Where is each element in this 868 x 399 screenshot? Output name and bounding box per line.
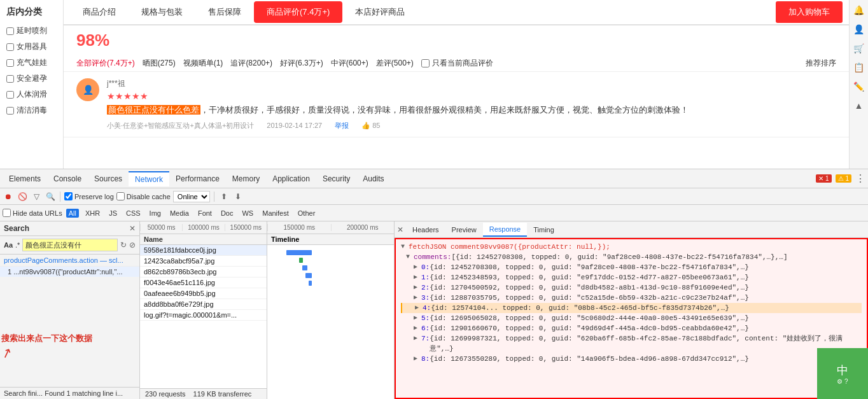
filter-ws-btn[interactable]: WS	[239, 209, 256, 218]
sidebar-icon-3[interactable]: 🛒	[851, 41, 867, 56]
search-input[interactable]	[22, 239, 118, 251]
tab-goodproducts[interactable]: 本店好评商品	[342, 1, 417, 23]
tab-memory[interactable]: Memory	[226, 172, 266, 186]
file-item-4[interactable]: 0aafeaee6b949bb5.jpg	[140, 288, 267, 299]
filter-js-btn[interactable]: JS	[106, 209, 120, 218]
tab-sources[interactable]: Sources	[88, 172, 129, 186]
filter-toggle-button[interactable]: ▽	[31, 191, 42, 202]
comments-line[interactable]: ▼ comments: [{id: 12452708308, topped: 0…	[401, 252, 862, 262]
response-close-icon[interactable]: ✕	[397, 225, 403, 234]
search-aa-option[interactable]: Aa	[4, 241, 13, 249]
cat-checkbox-3[interactable]	[6, 59, 14, 67]
import-button[interactable]: ⬆	[218, 191, 230, 202]
throttle-select[interactable]: Online	[173, 191, 210, 202]
sort-button[interactable]: 推荐排序	[806, 58, 836, 69]
json-item-8[interactable]: ▶ 8: {id: 12673550289, topped: 0, guid: …	[401, 354, 862, 364]
cat-checkbox-6[interactable]	[6, 107, 14, 115]
tab-application[interactable]: Application	[266, 172, 316, 186]
search-button[interactable]: 🔍	[45, 191, 56, 202]
tab-headers[interactable]: Headers	[406, 223, 445, 236]
filter-medium[interactable]: 中评(600+)	[331, 58, 368, 69]
tab-elements[interactable]: Elements	[3, 172, 47, 186]
filter-video[interactable]: 视频晒单(1)	[183, 58, 223, 69]
filter-good[interactable]: 好评(6.3万+)	[280, 58, 323, 69]
cat-checkbox-1[interactable]	[6, 27, 14, 35]
tab-performance[interactable]: Performance	[169, 172, 226, 186]
shop-cat-item-4[interactable]: 安全避孕	[6, 71, 57, 87]
devtools-more-icon[interactable]: ⋮	[855, 172, 865, 185]
buy-button[interactable]: 加入购物车	[776, 1, 843, 23]
filter-css-btn[interactable]: CSS	[123, 209, 143, 218]
search-regex-option[interactable]: .*	[15, 241, 20, 249]
shop-cat-item-1[interactable]: 延时喷剂	[6, 23, 57, 39]
report-link[interactable]: 举报	[335, 121, 349, 130]
tab-spec[interactable]: 规格与包装	[129, 1, 195, 23]
search-close-icon[interactable]: ✕	[129, 224, 136, 233]
json-item-5[interactable]: ▶ 5: {id: 12695065028, topped: 0, guid: …	[401, 313, 862, 323]
hide-data-urls-checkbox[interactable]	[3, 209, 11, 217]
filter-all[interactable]: 全部评价(7.4万+)	[76, 58, 135, 69]
shop-cat-item-3[interactable]: 充气娃娃	[6, 55, 57, 71]
file-item-5[interactable]: a8dd8bba0f6e729f.jpg	[140, 299, 267, 310]
disable-cache-checkbox[interactable]	[116, 192, 125, 200]
tab-audits[interactable]: Audits	[356, 172, 390, 186]
shop-cat-item-6[interactable]: 清洁消毒	[6, 102, 57, 118]
shop-cat-item-2[interactable]: 女用器具	[6, 39, 57, 55]
tab-timing[interactable]: Timing	[527, 223, 561, 236]
tab-response[interactable]: Response	[483, 223, 528, 237]
export-button[interactable]: ⬇	[232, 191, 244, 202]
cat-checkbox-5[interactable]	[6, 91, 14, 99]
filter-bad[interactable]: 差评(500+)	[376, 58, 414, 69]
json-item-2[interactable]: ▶ 2: {id: 12704500592, topped: 0, guid: …	[401, 283, 862, 293]
search-clear-icon[interactable]: ⊘	[129, 241, 136, 249]
clear-button[interactable]: 🚫	[17, 191, 28, 202]
tab-security[interactable]: Security	[316, 172, 356, 186]
file-item-6[interactable]: log.gif?t=magic.000001&m=...	[140, 310, 267, 321]
file-item-2[interactable]: d862cb89786b3ecb.jpg	[140, 267, 267, 277]
fetch-line[interactable]: ▼ fetchJSON comment98vv9087({productAttr…	[401, 242, 862, 252]
stars: ★★★★★	[107, 91, 836, 101]
json-item-3[interactable]: ▶ 3: {id: 12887035795, topped: 0, guid: …	[401, 293, 862, 303]
json-item-7[interactable]: ▶ 7: {id: 12699987321, topped: 0, guid: …	[401, 333, 862, 354]
shop-cat-item-5[interactable]: 人体润滑	[6, 87, 57, 102]
tab-service[interactable]: 售后保障	[195, 1, 254, 23]
tab-preview[interactable]: Preview	[445, 223, 483, 236]
filter-manifest-btn[interactable]: Manifest	[260, 209, 291, 218]
sidebar-icon-2[interactable]: 👤	[851, 22, 867, 37]
review-meta: 小美·任意姿+智能感应互动+真人体温+初用设计 2019-02-14 17:27…	[107, 121, 836, 130]
search-refresh-icon[interactable]: ↻	[120, 241, 127, 249]
json-item-0[interactable]: ▶ 0: {id: 12452708308, topped: 0, guid: …	[401, 262, 862, 272]
file-item-0[interactable]: 5958e181fdabcce0j.jpg	[140, 245, 267, 256]
floating-widget[interactable]: 中 ⚙ ?	[817, 348, 868, 399]
sidebar-icon-5[interactable]: ✏️	[851, 79, 867, 94]
filter-all-btn[interactable]: All	[66, 209, 79, 218]
sidebar-icon-1[interactable]: 🔔	[851, 3, 867, 18]
filter-photo[interactable]: 晒图(275)	[143, 58, 176, 69]
tab-intro[interactable]: 商品介绍	[70, 1, 129, 23]
filter-other-btn[interactable]: Other	[295, 209, 318, 218]
cat-checkbox-2[interactable]	[6, 43, 14, 51]
filter-media-btn[interactable]: Media	[167, 209, 192, 218]
floating-icon: 中	[837, 363, 848, 378]
cat-checkbox-4[interactable]	[6, 75, 14, 83]
filter-font-btn[interactable]: Font	[195, 209, 214, 218]
file-item-1[interactable]: 12423ca8abcf95a7.jpg	[140, 256, 267, 267]
filter-followup[interactable]: 追评(8200+)	[230, 58, 272, 69]
file-item-3[interactable]: f0043e46ae51c116.jpg	[140, 277, 267, 288]
preserve-log-checkbox[interactable]	[64, 192, 73, 200]
filter-doc-btn[interactable]: Doc	[218, 209, 236, 218]
search-result-file[interactable]: productPageComments.action — scl...	[0, 255, 139, 267]
sidebar-icon-up[interactable]: ▲	[851, 98, 867, 113]
json-item-1[interactable]: ▶ 1: {id: 12452348593, topped: 0, guid: …	[401, 272, 862, 283]
tab-console[interactable]: Console	[47, 172, 88, 186]
filter-xhr-btn[interactable]: XHR	[83, 209, 102, 218]
only-current-checkbox[interactable]	[421, 59, 430, 67]
search-result-line[interactable]: 1 ...nt98vv9087({"productAttr":null,"...	[0, 267, 139, 277]
json-item-4[interactable]: ▶ 4: {id: 12574104... topped: 0, guid: "…	[401, 303, 862, 313]
tab-network[interactable]: Network	[129, 171, 169, 186]
tab-review[interactable]: 商品评价(7.4万+)	[254, 1, 342, 23]
filter-img-btn[interactable]: Img	[147, 209, 164, 218]
sidebar-icon-4[interactable]: 📋	[851, 60, 867, 75]
json-item-6[interactable]: ▶ 6: {id: 12901660670, topped: 0, guid: …	[401, 323, 862, 333]
record-button[interactable]: ⏺	[3, 191, 14, 202]
